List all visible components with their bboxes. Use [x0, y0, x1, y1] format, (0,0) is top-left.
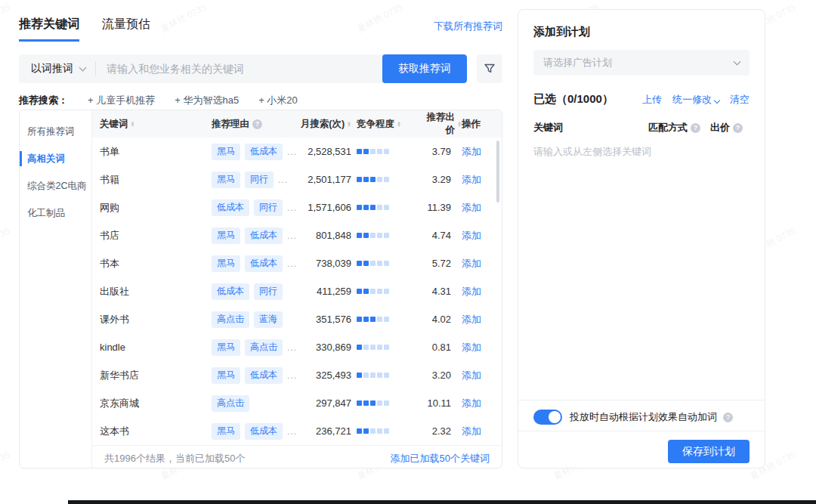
competition-segment [357, 289, 362, 294]
competition-segment [370, 177, 376, 182]
add-keyword-link[interactable]: 添加 [462, 425, 481, 438]
plan-columns-header: 关键词 匹配方式? 出价? [533, 121, 750, 135]
competition-segment [377, 149, 382, 154]
competition-segment [363, 289, 369, 294]
competition-segment [377, 177, 382, 182]
search-volume-cell: 801,848 [296, 230, 351, 241]
add-keyword-link[interactable]: 添加 [462, 397, 481, 410]
scrollbar-thumb[interactable] [496, 141, 499, 203]
add-keyword-link[interactable]: 添加 [462, 257, 481, 271]
category-item[interactable]: 化工制品 [20, 199, 91, 227]
header-bid[interactable]: 推荐出价 ▲▼ [419, 111, 462, 137]
watermark-text: 夏林艳 0735 [0, 1, 12, 36]
auto-add-label: 投放时自动根据计划效果自动加词 [570, 410, 717, 424]
competition-segment [363, 233, 369, 238]
header-keyword[interactable]: 关键词 ▲▼ [100, 118, 212, 131]
competition-cell [351, 149, 419, 154]
header-action: 操作 [462, 118, 494, 131]
batch-edit-link[interactable]: 统一修改 [672, 93, 719, 107]
keyword-cell: 新华书店 [100, 369, 212, 382]
competition-segment [384, 317, 389, 322]
reason-tag: 低成本 [245, 144, 283, 160]
keyword-header: 推荐关键词 流量预估 下载所有推荐词 [19, 17, 502, 42]
competition-segment [370, 400, 376, 406]
category-item[interactable]: 所有推荐词 [20, 118, 91, 145]
header-reason: 推荐理由 ? [212, 118, 296, 131]
selected-count: 已选（0/1000） [533, 92, 614, 107]
keyword-cell: 书店 [100, 229, 212, 243]
bid-cell: 11.39 [419, 202, 451, 213]
competition-segment [384, 400, 389, 406]
reason-cell: 低成本同行... [212, 199, 296, 216]
help-icon[interactable]: ? [723, 413, 733, 422]
clear-link[interactable]: 清空 [730, 93, 750, 107]
competition-segment [363, 149, 369, 154]
reason-tag: 蓝海 [254, 311, 283, 328]
competition-bars [357, 233, 389, 238]
plan-col-keyword: 关键词 [533, 121, 648, 135]
suggested-search-item[interactable]: + 儿童手机推荐 [88, 94, 155, 107]
competition-segment [357, 400, 362, 406]
search-volume-cell: 330,869 [296, 342, 351, 353]
tab-recommended-keywords[interactable]: 推荐关键词 [19, 17, 79, 42]
save-to-plan-button[interactable]: 保存到计划 [668, 440, 750, 463]
results-summary: 共1996个结果，当前已加载50个 [104, 452, 245, 465]
add-keyword-link[interactable]: 添加 [462, 145, 481, 159]
add-keyword-link[interactable]: 添加 [462, 285, 481, 298]
help-icon[interactable]: ? [691, 123, 700, 133]
suggested-search-item[interactable]: + 小米20 [258, 94, 298, 107]
competition-segment [377, 261, 382, 266]
reason-tag: 黑马 [212, 255, 240, 272]
action-cell: 添加 [451, 229, 494, 243]
download-all-link[interactable]: 下载所有推荐词 [434, 20, 502, 33]
header-search-volume[interactable]: 月搜索(次) ▲▼ [296, 118, 351, 131]
add-keyword-link[interactable]: 添加 [462, 173, 481, 187]
add-keyword-link[interactable]: 添加 [462, 313, 481, 326]
category-item[interactable]: 高相关词 [20, 145, 91, 172]
table-row: 书籍黑马同行...2,501,1773.29添加 [92, 165, 502, 193]
reason-tag: 同行 [245, 172, 274, 188]
action-cell: 添加 [451, 257, 494, 271]
help-icon[interactable]: ? [733, 123, 743, 133]
upload-link[interactable]: 上传 [642, 93, 662, 107]
search-volume-cell: 2,501,177 [296, 174, 351, 185]
category-item[interactable]: 综合类2C电商 [20, 172, 91, 199]
search-volume-cell: 411,259 [296, 286, 351, 297]
bottom-edge-bar [68, 500, 816, 504]
filter-button[interactable] [477, 54, 502, 83]
tab-traffic-estimate[interactable]: 流量预估 [102, 17, 150, 42]
search-mode-select[interactable]: 以词推词 [19, 62, 95, 76]
watermark-text: 夏林艳 0735 [0, 224, 12, 259]
panel-title: 添加到计划 [533, 25, 750, 39]
competition-segment [363, 428, 369, 434]
header-competition[interactable]: 竞争程度 ▲▼ [351, 118, 419, 131]
search-volume-cell: 2,528,531 [296, 146, 351, 157]
get-recommendations-button[interactable]: 获取推荐词 [382, 54, 467, 83]
auto-add-toggle[interactable] [533, 410, 562, 425]
table-row: kindle黑马高点击...330,8690.81添加 [92, 333, 502, 361]
keyword-search-input[interactable] [96, 63, 382, 75]
competition-cell [351, 400, 419, 406]
add-all-loaded-link[interactable]: 添加已加载50个关键词 [391, 452, 490, 465]
competition-segment [370, 428, 376, 434]
suggested-search-item[interactable]: + 华为智选ha5 [175, 94, 239, 107]
keyword-cell: 课外书 [100, 313, 212, 326]
competition-cell [351, 317, 419, 322]
competition-segment [363, 317, 369, 322]
competition-bars [357, 177, 389, 182]
add-keyword-link[interactable]: 添加 [462, 201, 481, 215]
keyword-cell: 出版社 [100, 285, 212, 298]
competition-segment [370, 345, 376, 350]
competition-segment [357, 205, 362, 210]
keyword-cell: 书本 [100, 257, 212, 271]
add-keyword-link[interactable]: 添加 [462, 341, 481, 354]
help-icon[interactable]: ? [252, 119, 262, 129]
plan-select[interactable]: 请选择广告计划 [533, 50, 750, 76]
action-cell: 添加 [451, 285, 494, 298]
add-keyword-link[interactable]: 添加 [462, 229, 481, 243]
competition-segment [357, 149, 362, 154]
table-row: 书店黑马低成本...801,8484.74添加 [92, 221, 502, 249]
add-keyword-link[interactable]: 添加 [462, 369, 481, 382]
competition-cell [351, 177, 419, 182]
reason-tag: 低成本 [212, 283, 249, 300]
